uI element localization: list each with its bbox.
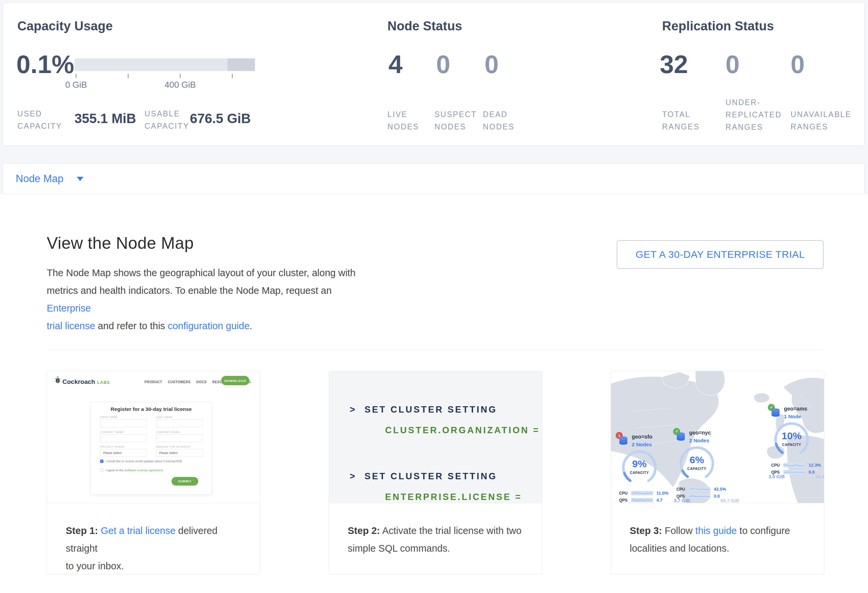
- cluster-node-count: 2 Nodes: [689, 438, 709, 444]
- capacity-label: CAPACITY: [678, 466, 715, 471]
- qps-sparkline: [688, 494, 710, 498]
- used-capacity-label: USED CAPACITY: [17, 108, 62, 132]
- step1-screenshot: Cockroach LABS PRODUCT CUSTOMERS DOCS RE…: [47, 371, 260, 503]
- node-map-dropdown[interactable]: Node Map: [16, 173, 63, 185]
- configuration-guide-link[interactable]: configuration guide: [168, 321, 249, 331]
- total-gib: 65.7 GiB: [720, 498, 739, 503]
- get-enterprise-trial-button[interactable]: GET A 30-DAY ENTERPRISE TRIAL: [617, 240, 824, 269]
- qps-sparkline: [631, 498, 653, 502]
- project-phase-select: Please Select: [100, 449, 147, 457]
- capacity-usage-bar-used-segment: [227, 58, 255, 71]
- replication-status-title: Replication Status: [662, 19, 774, 33]
- company-email-label: COMPANY EMAIL: [156, 431, 180, 434]
- cpu-value: 11.0%: [657, 491, 669, 496]
- cpu-value: 12.3%: [809, 463, 821, 468]
- database-icon: [619, 436, 628, 446]
- step3-card: 1 geo=sfo 2 Nodes 9% CAPACITY 3.2: [611, 371, 824, 574]
- chevron-down-icon[interactable]: [77, 177, 83, 181]
- step1-card: Cockroach LABS PRODUCT CUSTOMERS DOCS RE…: [47, 371, 260, 574]
- last-name-label: LAST NAME: [156, 416, 173, 419]
- reason-for-interest-label: REASON FOR INTEREST: [156, 445, 191, 448]
- nav-product: PRODUCT: [145, 380, 162, 384]
- nav-customers: CUSTOMERS: [168, 380, 190, 384]
- node-map-description: The Node Map shows the geographical layo…: [47, 264, 374, 335]
- live-nodes-value: 4: [388, 52, 403, 77]
- capacity-percent: 10%: [773, 430, 810, 441]
- step2-sql-panel: > SET CLUSTER SETTING CLUSTER.ORGANIZATI…: [329, 371, 542, 503]
- cluster-name: geo=nyc: [689, 430, 711, 436]
- enterprise-trial-license-link[interactable]: Enterprise: [47, 303, 91, 313]
- sql-arg-2: ENTERPRISE.LICENSE =: [385, 492, 522, 502]
- sql-prompt: >: [350, 471, 356, 481]
- capacity-percent: 9%: [621, 458, 658, 469]
- used-capacity-value: 355.1 MiB: [74, 111, 136, 126]
- trial-license-form: Register for a 30-day trial license FIRS…: [90, 402, 212, 494]
- email-updates-checkbox-row: ✓ I would like to receive email updates …: [100, 460, 183, 463]
- nav-docs: DOCS: [196, 380, 207, 384]
- first-name-label: FIRST NAME: [100, 416, 118, 419]
- unavailable-ranges-label: UNAVAILABLE RANGES: [791, 108, 862, 133]
- cluster-node-count: 1 Node: [784, 413, 801, 419]
- view-selector-bar: Node Map: [3, 163, 865, 194]
- under-replicated-ranges-value: 0: [725, 52, 740, 77]
- description-line2: metrics and health indicators. To enable…: [47, 285, 332, 296]
- database-icon: [676, 432, 685, 442]
- step2-caption: Step 2: Activate the trial license with …: [329, 503, 542, 557]
- license-agreement-checkbox-row: I agree to the Software License Agreemen…: [100, 469, 164, 472]
- capacity-axis-tick: [76, 74, 77, 78]
- under-replicated-ranges-label: UNDER-REPLICATED RANGES: [725, 96, 794, 133]
- capacity-usage-title: Capacity Usage: [17, 19, 113, 33]
- project-phase-label: PROJECT PHASE: [100, 445, 124, 448]
- page-title: View the Node Map: [47, 234, 194, 253]
- used-gib: 3.7 GiB: [674, 498, 690, 503]
- qps-value: 0.0: [809, 469, 815, 475]
- capacity-label: CAPACITY: [773, 443, 810, 447]
- capacity-gauge: 6% CAPACITY 3.7 GiB 65.7 GiB CPU 42.5% Q…: [678, 445, 715, 482]
- this-guide-link[interactable]: this guide: [695, 525, 737, 536]
- suspect-nodes-label: SUSPECT NODES: [434, 108, 480, 133]
- step2-card: > SET CLUSTER SETTING CLUSTER.ORGANIZATI…: [329, 371, 542, 574]
- enterprise-trial-license-link[interactable]: trial license: [47, 321, 95, 331]
- capacity-percent: 6%: [678, 454, 715, 466]
- cpu-value: 42.5%: [714, 487, 726, 491]
- first-name-field: [100, 419, 147, 427]
- software-license-agreement-link: Software License Agreement.: [124, 469, 164, 472]
- cluster-name: geo=sfo: [632, 434, 652, 440]
- capacity-axis-label-400: 400 GiB: [157, 80, 204, 90]
- get-trial-license-link[interactable]: Get a trial license: [98, 525, 176, 536]
- sql-arg-1: CLUSTER.ORGANIZATION =: [385, 425, 540, 436]
- step1-caption: Step 1: Get a trial license delivered st…: [47, 503, 260, 575]
- usable-capacity-label: USABLE CAPACITY: [145, 108, 195, 132]
- cockroach-bug-icon: [55, 377, 61, 384]
- live-nodes-label: LIVE NODES: [387, 108, 429, 133]
- sql-command-2: > SET CLUSTER SETTING: [350, 471, 497, 482]
- submit-button: SUBMIT: [171, 477, 198, 486]
- capacity-label: CAPACITY: [621, 471, 658, 475]
- capacity-axis-tick: [128, 74, 128, 78]
- cluster-summary-bar: Capacity Usage 0.1% 0 GiB 400 GiB USED C…: [3, 3, 865, 146]
- cpu-sparkline: [688, 487, 710, 491]
- company-name-label: COMPANY NAME: [100, 431, 124, 434]
- usable-capacity-value: 676.5 GiB: [190, 111, 251, 126]
- cockroach-labs-logo: Cockroach LABS: [55, 377, 110, 386]
- step3-node-map-preview: 1 geo=sfo 2 Nodes 9% CAPACITY 3.2: [611, 371, 824, 503]
- capacity-axis-tick: [232, 74, 233, 78]
- checked-checkbox-icon: ✓: [100, 460, 103, 463]
- node-status-title: Node Status: [387, 19, 462, 33]
- download-button: DOWNLOAD: [221, 376, 249, 385]
- qps-value: 4.7: [657, 497, 663, 503]
- qps-value: 0.0: [714, 494, 720, 499]
- sql-prompt: >: [350, 405, 356, 415]
- unavailable-ranges-value: 0: [791, 52, 805, 77]
- step3-caption: Step 3: Follow this guide to configure l…: [611, 503, 824, 557]
- total-gib: 34.4 GiB: [815, 474, 824, 479]
- database-icon: [771, 408, 780, 418]
- company-name-field: [100, 434, 147, 442]
- cpu-sparkline: [631, 491, 653, 495]
- last-name-field: [156, 419, 203, 427]
- sql-command-1: > SET CLUSTER SETTING: [350, 405, 497, 415]
- used-gib: 3.6 GiB: [769, 474, 785, 479]
- capacity-axis-tick: [180, 74, 180, 78]
- capacity-gauge: 9% CAPACITY 3.2 GiB 35.1 GiB CPU 11.0% Q…: [621, 449, 658, 486]
- description-line3: and refer to this: [95, 321, 168, 331]
